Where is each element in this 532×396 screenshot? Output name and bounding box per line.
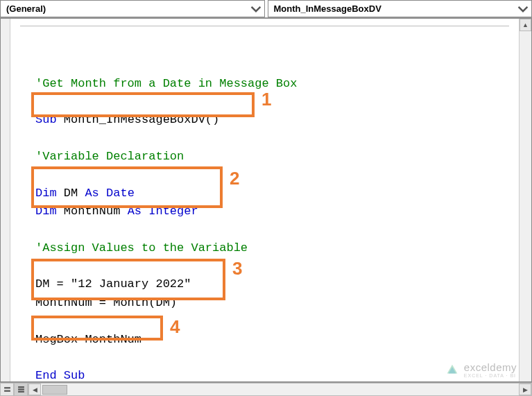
svg-rect-4 <box>18 391 24 393</box>
svg-rect-0 <box>4 387 10 388</box>
code-keyword: As <box>128 205 141 218</box>
svg-rect-1 <box>4 390 10 392</box>
code-keyword: End Sub <box>35 369 85 381</box>
code-comment: 'Variable Declaration <box>35 150 184 163</box>
code-comment: 'Assign Values to the Variable <box>35 241 248 255</box>
code-text: MonthNum = Month(DM) <box>35 296 177 309</box>
code-text: MonthNum <box>57 205 128 218</box>
procedure-view-icon <box>3 386 11 393</box>
indicator-margin <box>1 19 10 381</box>
code-text: Month_InMessageBoxDV() <box>57 113 220 126</box>
chevron-down-icon <box>250 3 261 15</box>
chevron-down-icon <box>517 3 529 15</box>
code-text: DM <box>57 187 85 200</box>
code-keyword: Dim <box>35 187 57 200</box>
scroll-right-button[interactable]: ▶ <box>519 384 531 395</box>
procedure-dropdown[interactable]: Month_InMessageBoxDV <box>268 0 533 17</box>
procedure-dropdown-label: Month_InMessageBoxDV <box>274 3 381 14</box>
code-keyword: Integer <box>148 205 198 218</box>
vertical-scrollbar[interactable]: ▲ <box>519 19 531 381</box>
code-keyword: As <box>85 187 98 200</box>
scroll-left-button[interactable]: ◀ <box>28 384 41 395</box>
dropdown-bar: (General) Month_InMessageBoxDV <box>0 0 532 18</box>
full-module-view-button[interactable] <box>14 383 28 396</box>
code-text: DM = "12 January 2022" <box>35 277 191 291</box>
code-area[interactable]: 'Get Month from a Date in Message Box Su… <box>10 19 519 381</box>
object-dropdown[interactable]: (General) <box>0 0 265 17</box>
horizontal-scrollbar[interactable]: ◀ ▶ <box>28 383 532 396</box>
code-text <box>99 187 106 200</box>
code-text: MsgBox MonthNum <box>35 333 141 346</box>
code-keyword: Sub <box>35 113 57 126</box>
scroll-thumb[interactable] <box>42 385 67 395</box>
code-comment: 'Get Month from a Date in Message Box <box>35 77 297 90</box>
svg-rect-3 <box>18 388 24 390</box>
code-keyword: Dim <box>35 205 57 218</box>
code-keyword: Date <box>106 187 135 200</box>
callout-number: 2 <box>230 164 239 192</box>
bottom-bar: ◀ ▶ <box>0 382 532 396</box>
callout-number: 4 <box>170 313 180 341</box>
object-dropdown-label: (General) <box>6 3 46 14</box>
code-text <box>141 205 148 218</box>
full-module-view-icon <box>17 386 25 393</box>
scroll-up-button[interactable]: ▲ <box>520 19 531 31</box>
procedure-separator <box>20 26 509 26</box>
svg-rect-2 <box>18 386 24 388</box>
callout-number: 3 <box>232 255 242 282</box>
editor: 'Get Month from a Date in Message Box Su… <box>0 18 532 382</box>
procedure-view-button[interactable] <box>0 383 14 396</box>
